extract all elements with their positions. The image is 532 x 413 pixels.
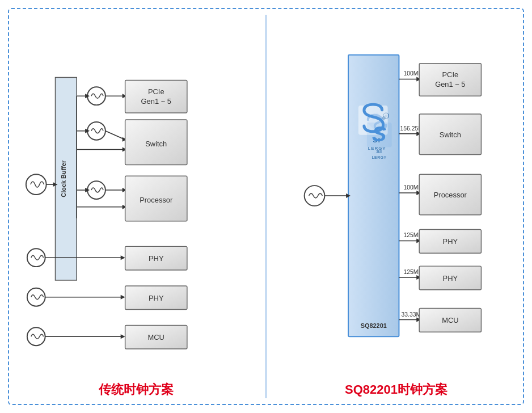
svg-marker-57 — [346, 193, 351, 198]
svg-marker-18 — [123, 137, 127, 142]
svg-point-6 — [87, 122, 105, 140]
svg-text:Gen1 ~ 5: Gen1 ~ 5 — [435, 80, 465, 88]
svg-text:PHY: PHY — [149, 294, 164, 302]
svg-text:Gen1 ~ 5: Gen1 ~ 5 — [141, 97, 171, 106]
svg-text:®: ® — [382, 116, 386, 121]
svg-text:SI: SI — [373, 137, 381, 144]
svg-text:SI: SI — [376, 149, 382, 154]
svg-marker-11 — [85, 129, 90, 133]
svg-text:MCU: MCU — [442, 316, 458, 324]
svg-rect-80 — [419, 114, 481, 154]
svg-rect-48 — [348, 55, 399, 337]
svg-text:S: S — [372, 122, 386, 146]
svg-point-7 — [87, 181, 105, 199]
svg-point-32 — [27, 327, 45, 345]
svg-text:LERGY: LERGY — [368, 146, 386, 151]
svg-text:PHY: PHY — [443, 274, 458, 283]
svg-text:125MHz: 125MHz — [403, 232, 425, 238]
svg-rect-82 — [419, 174, 481, 214]
svg-line-17 — [105, 131, 125, 140]
svg-rect-35 — [125, 80, 187, 113]
svg-text:PHY: PHY — [443, 237, 458, 246]
svg-text:Clock Buffer: Clock Buffer — [60, 160, 67, 197]
right-diagram: ® SI LERGY SQ82201 — [275, 15, 517, 377]
right-title: SQ82201时钟方案 — [345, 381, 447, 398]
svg-text:100MHz: 100MHz — [403, 184, 425, 191]
svg-text:LERGY: LERGY — [372, 155, 387, 159]
svg-marker-23 — [123, 188, 127, 192]
svg-text:SQ82201: SQ82201 — [361, 322, 387, 329]
svg-rect-38 — [125, 120, 187, 165]
svg-point-0 — [26, 174, 47, 195]
right-panel: ® SI LERGY SQ82201 — [275, 15, 517, 398]
svg-marker-69 — [416, 238, 421, 243]
svg-text:125MHz: 125MHz — [403, 269, 425, 275]
svg-point-26 — [27, 248, 45, 267]
svg-point-49 — [383, 113, 389, 119]
svg-marker-9 — [85, 94, 90, 98]
svg-rect-44 — [125, 286, 187, 310]
svg-rect-46 — [125, 325, 187, 349]
main-container: Clock Buffer — [8, 8, 524, 405]
svg-rect-86 — [419, 266, 481, 290]
panel-divider — [265, 15, 267, 398]
svg-marker-4 — [53, 182, 58, 187]
left-panel: Clock Buffer — [15, 15, 257, 398]
svg-point-55 — [305, 186, 325, 206]
svg-marker-63 — [416, 132, 421, 136]
svg-marker-66 — [416, 191, 421, 195]
svg-rect-42 — [125, 246, 187, 270]
svg-text:PHY: PHY — [149, 254, 164, 263]
svg-rect-88 — [419, 309, 481, 332]
svg-text:33.33MHz: 33.33MHz — [401, 311, 428, 318]
svg-rect-1 — [55, 77, 77, 280]
svg-marker-25 — [123, 205, 127, 209]
svg-text:100MHz: 100MHz — [403, 70, 425, 77]
svg-text:Processor: Processor — [434, 191, 467, 199]
svg-text:156.25MHz: 156.25MHz — [400, 125, 430, 132]
svg-text:MCU: MCU — [148, 333, 164, 342]
svg-text:Switch: Switch — [440, 130, 461, 139]
svg-marker-51 — [367, 112, 387, 133]
svg-rect-77 — [419, 64, 481, 96]
svg-point-5 — [87, 87, 105, 105]
svg-text:®: ® — [385, 115, 387, 118]
left-title: 传统时钟方案 — [99, 381, 174, 398]
svg-marker-21 — [123, 148, 127, 152]
svg-marker-72 — [416, 275, 421, 280]
svg-marker-13 — [85, 188, 90, 192]
svg-point-29 — [27, 288, 45, 306]
svg-marker-28 — [121, 255, 125, 260]
svg-text:PCIe: PCIe — [442, 70, 458, 79]
svg-rect-58 — [358, 106, 388, 135]
svg-rect-40 — [125, 176, 187, 221]
svg-text:Switch: Switch — [145, 140, 167, 148]
svg-marker-60 — [416, 77, 421, 81]
svg-rect-91 — [367, 123, 392, 148]
svg-text:PCIe: PCIe — [148, 87, 164, 96]
svg-marker-34 — [121, 334, 125, 339]
left-diagram: Clock Buffer — [15, 15, 257, 377]
svg-text:Processor: Processor — [140, 196, 173, 204]
svg-marker-31 — [121, 295, 125, 300]
svg-marker-16 — [123, 94, 127, 98]
svg-rect-84 — [419, 230, 481, 254]
svg-marker-75 — [416, 317, 421, 322]
